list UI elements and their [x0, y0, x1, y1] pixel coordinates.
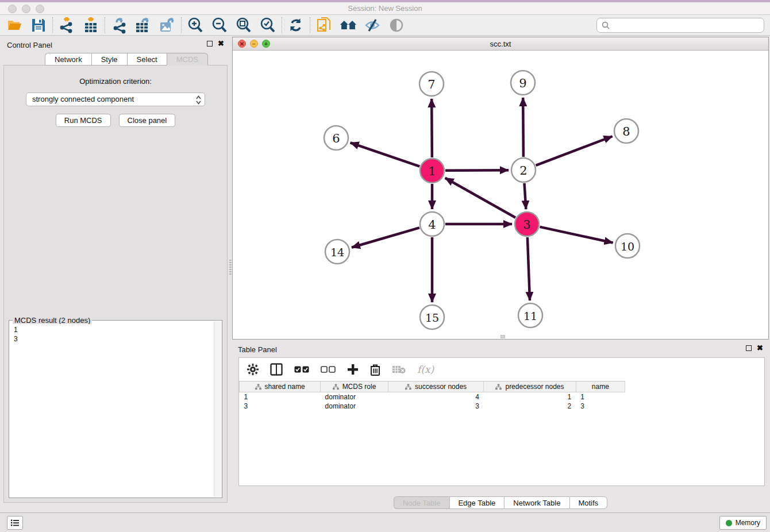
table-panel-tabs: Node Table Edge Table Network Table Moti…	[394, 496, 607, 509]
search-input[interactable]	[613, 21, 759, 29]
table-row[interactable]: 1 dominator 4 1 1	[240, 392, 625, 402]
graph-edge-2-8[interactable]	[536, 136, 613, 165]
zoom-fit-icon[interactable]	[235, 17, 252, 34]
import-network-icon[interactable]	[58, 17, 75, 34]
network-window-titlebar[interactable]: ✕ − + scc.txt	[233, 37, 768, 51]
stepper-icon	[196, 95, 201, 109]
export-image-icon[interactable]	[159, 17, 176, 34]
column-header-name[interactable]: name	[576, 381, 625, 392]
search-icon	[602, 21, 610, 29]
graph-edge-3-1[interactable]	[445, 178, 515, 218]
toolbar-separator	[310, 17, 310, 33]
export-network-icon[interactable]	[110, 17, 128, 34]
hierarchy-icon	[495, 384, 502, 390]
zoom-in-icon[interactable]	[187, 17, 204, 34]
function-builder-icon[interactable]: f(x)	[417, 364, 434, 375]
control-panel-tabs: Network Style Select MCDS	[1, 53, 230, 65]
titlebar: Session: New Session	[0, 2, 770, 15]
hide-selected-icon[interactable]	[364, 17, 381, 34]
clone-network-icon[interactable]	[315, 17, 333, 34]
graph-edge-2-3[interactable]	[524, 183, 526, 209]
add-column-icon[interactable]	[347, 364, 359, 375]
checked-columns-icon[interactable]	[294, 366, 309, 373]
hierarchy-icon	[333, 384, 339, 390]
delete-table-icon[interactable]	[392, 365, 406, 374]
home-icon[interactable]	[340, 17, 357, 34]
mcds-result-text: 1 3	[10, 324, 214, 497]
column-header-mcds-role[interactable]: MCDS role	[321, 381, 388, 392]
tab-edge-table[interactable]: Edge Table	[449, 496, 504, 509]
float-table-panel-icon[interactable]	[746, 345, 752, 351]
export-table-icon[interactable]	[134, 17, 152, 34]
network-window-title: scc.txt	[233, 40, 768, 48]
refresh-icon[interactable]	[287, 17, 305, 34]
tab-node-table[interactable]: Node Table	[394, 496, 449, 509]
column-header-predecessor-nodes[interactable]: predecessor nodes	[484, 381, 576, 392]
graph-edge-4-14[interactable]	[352, 228, 419, 247]
table-row[interactable]: 3 dominator 3 2 3	[240, 402, 625, 411]
graph-node-label-15: 15	[425, 311, 439, 324]
unchecked-columns-icon[interactable]	[321, 366, 336, 373]
column-header-shared-name[interactable]: shared name	[240, 381, 321, 392]
graph-edge-1-6[interactable]	[351, 142, 420, 166]
toolbar-separator	[282, 17, 282, 33]
control-panel-header: Control Panel ✖	[1, 37, 230, 53]
graph-node-label-2: 2	[519, 164, 527, 178]
show-all-icon[interactable]	[388, 17, 405, 34]
tab-style[interactable]: Style	[91, 53, 127, 65]
mcds-result-box: MCDS result (2 nodes) 1 3	[9, 320, 222, 498]
graph-node-label-6: 6	[332, 132, 340, 145]
run-mcds-button[interactable]: Run MCDS	[56, 114, 111, 127]
mcds-panel: Optimization criterion: strongly connect…	[3, 65, 228, 503]
mcds-result-title: MCDS result (2 nodes)	[13, 316, 92, 325]
tab-network[interactable]: Network	[45, 53, 91, 65]
open-file-icon[interactable]	[6, 17, 23, 34]
splitter-grip[interactable]	[229, 260, 232, 275]
graph-node-label-1: 1	[428, 164, 436, 178]
close-panel-button[interactable]: Close panel	[119, 114, 176, 127]
save-session-icon[interactable]	[30, 17, 47, 34]
graph-node-label-3: 3	[523, 218, 530, 232]
graph-edge-3-11[interactable]	[528, 237, 530, 300]
zoom-out-icon[interactable]	[211, 17, 228, 34]
zoom-selected-icon[interactable]	[259, 17, 276, 34]
criterion-select[interactable]: strongly connected component	[26, 92, 205, 106]
tab-motifs[interactable]: Motifs	[569, 496, 607, 509]
import-table-icon[interactable]	[82, 17, 99, 34]
gear-icon[interactable]	[247, 364, 259, 375]
main-toolbar	[0, 15, 770, 36]
graph-node-label-9: 9	[519, 76, 526, 90]
split-columns-icon[interactable]	[270, 363, 283, 376]
delete-column-icon[interactable]	[370, 364, 380, 376]
float-panel-icon[interactable]	[207, 41, 213, 47]
graph-edge-3-10[interactable]	[540, 227, 613, 243]
canvas-splitter-handle[interactable]	[500, 335, 505, 338]
memory-button[interactable]: Memory	[719, 516, 767, 530]
control-panel-title: Control Panel	[7, 41, 52, 49]
tab-select[interactable]: Select	[127, 53, 167, 65]
graph-edge-2-9[interactable]	[523, 98, 523, 157]
graph-edge-1-7[interactable]	[432, 99, 432, 157]
close-panel-icon[interactable]: ✖	[218, 41, 224, 47]
node-table: shared name MCDS role successor nodes pr…	[239, 381, 625, 411]
graph-node-label-8: 8	[622, 125, 630, 138]
criterion-value: strongly connected component	[32, 95, 134, 103]
graph-edge-1-2[interactable]	[445, 170, 509, 171]
mcds-result-scrollbar[interactable]	[214, 321, 221, 497]
table-toolbar: f(x)	[239, 358, 764, 381]
tab-mcds[interactable]: MCDS	[167, 53, 208, 65]
column-header-successor-nodes[interactable]: successor nodes	[388, 381, 483, 392]
graph-node-label-10: 10	[621, 240, 634, 253]
status-bar: Memory	[0, 512, 770, 532]
table-panel-content: f(x) shared name MCDS role successor nod…	[238, 357, 765, 486]
tab-network-table[interactable]: Network Table	[504, 496, 569, 509]
graph-node-label-11: 11	[523, 310, 537, 322]
network-canvas[interactable]: 7968124314101511	[233, 51, 768, 339]
control-panel: Control Panel ✖ Network Style Select MCD…	[1, 37, 230, 506]
toolbar-separator	[52, 17, 53, 33]
network-graph[interactable]: 7968124314101511	[233, 51, 768, 339]
task-history-button[interactable]	[7, 516, 23, 530]
network-view-window: ✕ − + scc.txt 7968124314101511	[232, 37, 769, 340]
memory-status-icon	[726, 520, 732, 526]
close-table-panel-icon[interactable]: ✖	[757, 345, 763, 351]
